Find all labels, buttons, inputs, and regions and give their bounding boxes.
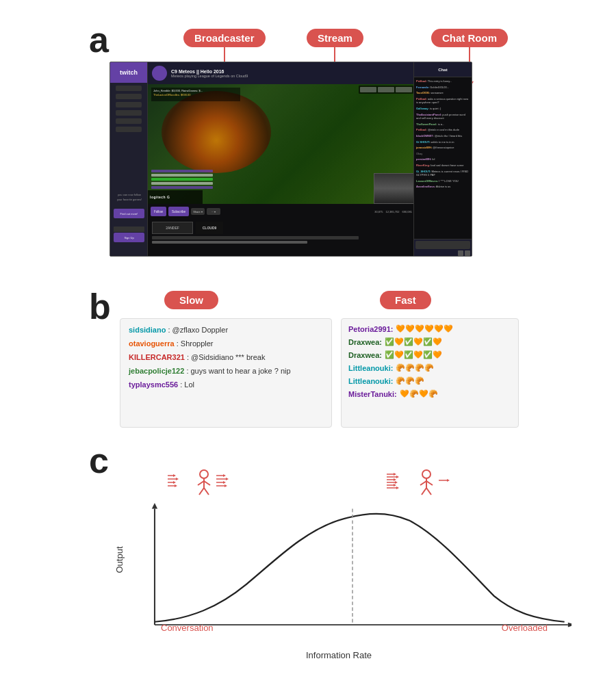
chat-msg-14: RiverKing: bad sad doesnt have some: [416, 164, 470, 168]
sidebar-item-4: [116, 110, 142, 116]
slow-chat-panel: sidsidiano : @zflaxo Doppler otavioguerr…: [120, 318, 332, 428]
chat-msg-12: Okay: [416, 152, 470, 156]
fast-msg-1: Petoria2991: 🧡🧡🧡🧡🧡🧡: [348, 324, 511, 333]
chat-msg-9: blackOWN97: @etulo tho I heard this: [416, 134, 470, 138]
chat-msg-13: persianWH: lol: [416, 157, 470, 161]
twitch-logo-area: twitch: [110, 62, 147, 83]
svg-line-18: [199, 488, 204, 495]
svg-marker-50: [568, 623, 572, 627]
chat-send-icons: [415, 250, 470, 256]
sidebar-follow-text: you can now followyour favorite games!: [112, 192, 146, 201]
svg-line-44: [422, 488, 426, 495]
chat-overlay-1: [151, 170, 213, 172]
sidebar-find-out-btn[interactable]: Find out more!: [114, 209, 144, 218]
chat-icon-1[interactable]: [458, 250, 463, 256]
twitch-sidebar: twitch you can now followyour favorite g…: [110, 62, 148, 256]
chat-msg-10: Gi SHOUT: salido to me ts in in: [416, 140, 470, 144]
chat-input-box[interactable]: [415, 241, 470, 249]
fast-emoji-1: 🧡🧡🧡🧡🧡🧡: [396, 324, 453, 333]
chat-input-area: [414, 239, 472, 256]
svg-marker-51: [152, 503, 157, 508]
sidebar-bottom-bar: [114, 226, 144, 232]
twitch-logo-text: twitch: [120, 69, 138, 76]
channel-sponsor-row: 2ANDEF CLOUD9: [152, 222, 411, 234]
chatroom-pill: Chat Room: [431, 29, 508, 47]
chat-msg-4: Petlbad: asks a serious question right n…: [416, 97, 470, 105]
fast-user-1: Petoria2991:: [348, 325, 393, 333]
chat-msg-17: AnonlineSovs: Advise is us: [416, 185, 470, 189]
sponsor-text-1: 2ANDEF: [166, 226, 179, 230]
section-label-b: b: [89, 286, 111, 327]
slow-text-3: : @Sidsidiano *** break: [187, 353, 266, 361]
slow-text-4: : guys want to hear a joke ? nip: [186, 367, 290, 375]
channel-sub-bar: [152, 241, 307, 244]
twitch-video: John_Kemble: $3,000, RainsGames: $... Th…: [148, 84, 415, 204]
slow-pill: Slow: [164, 291, 218, 309]
fast-pill: Fast: [380, 291, 431, 309]
chat-icon-2[interactable]: [465, 250, 470, 256]
chat-header-text: Chat: [438, 68, 447, 72]
svg-marker-47: [447, 479, 450, 482]
slow-msg-5: typlaysmc556 : Lol: [129, 380, 323, 389]
stream-title-block: C9 Meteos || Hello 2016 Meteos playing L…: [171, 69, 248, 78]
extra-label: ··· ▾: [211, 210, 216, 213]
fast-emoji-2: ✅🧡✅🧡✅🧡: [385, 337, 442, 346]
chat-msg-8: Petlbad: @etalo e cost'm this dude: [416, 128, 470, 132]
chat-msg-6: TheAssistantPanel: push promise word and…: [416, 113, 470, 120]
donation-ticker: John_Kemble: $3,000, RainsGames: $... Th…: [151, 88, 240, 101]
webcam-overlay: [374, 173, 415, 204]
svg-marker-26: [223, 481, 226, 484]
fast-msg-5: Littleanouki: 🥐🥐🥐: [348, 376, 511, 385]
x-axis-text: Information Rate: [306, 650, 372, 660]
follower-count: 12,385,702: [386, 210, 400, 213]
extra-btn[interactable]: ··· ▾: [207, 208, 220, 215]
game-chat-overlay: [151, 170, 213, 190]
fast-chat-panel: Petoria2991: 🧡🧡🧡🧡🧡🧡 Draxwea: ✅🧡✅🧡✅🧡 Drax…: [341, 318, 519, 428]
chat-msg-2: Fernandz: GoldinGOL00...: [416, 86, 470, 90]
sidebar-item-1: [116, 86, 142, 91]
conversation-label: Conversation: [161, 623, 214, 633]
svg-marker-11: [176, 478, 179, 480]
viewer-count: 30,875: [374, 210, 383, 213]
chat-overlay-2: [151, 174, 213, 177]
slow-msg-3: KILLERCAR321 : @Sidsidiano *** break: [129, 353, 323, 361]
fast-emoji-3: ✅🧡✅🧡✅🧡: [385, 350, 442, 359]
streamer-avatar: [152, 66, 167, 81]
svg-point-14: [200, 470, 208, 478]
follow-button[interactable]: Follow: [151, 207, 166, 216]
fast-msg-2: Draxwea: ✅🧡✅🧡✅🧡: [348, 337, 511, 346]
chat-msg-16: LassonOfMoves: I *** LOVE YOU: [416, 179, 470, 183]
share-btn[interactable]: Share ▾: [191, 208, 205, 215]
y-axis-text: Output: [114, 546, 125, 573]
svg-point-40: [422, 470, 431, 478]
fast-msg-4: Littleanouki: 🥐🥐🥐🥐: [348, 363, 511, 372]
subscribe-button[interactable]: Subscribe: [168, 207, 189, 216]
hud-block-2: [378, 87, 394, 92]
svg-marker-27: [224, 484, 227, 487]
fast-user-2: Draxwea:: [348, 338, 382, 346]
section-a: a Broadcaster Stream Chat Room twitch: [0, 7, 616, 274]
person-slow-group: [168, 469, 240, 496]
view-count: 690,081: [402, 210, 412, 213]
sidebar-item-2: [116, 94, 142, 99]
fast-emoji-6: 🧡🥐🧡🥐: [400, 389, 438, 398]
fast-msg-6: MisterTanuki: 🧡🥐🧡🥐: [348, 389, 511, 398]
svg-marker-34: [394, 473, 396, 476]
sponsor-logitech: logitech G: [148, 190, 203, 204]
sidebar-sign-up-btn[interactable]: Sign Up: [114, 233, 144, 242]
svg-marker-12: [173, 481, 176, 484]
svg-marker-39: [396, 487, 399, 489]
chat-msg-1: Petlbad: This entry is funny...: [416, 79, 470, 83]
slow-text-1: : @zflaxo Doppler: [168, 326, 228, 334]
slow-user-2: otavioguerra: [129, 339, 175, 348]
twitch-mockup: twitch you can now followyour favorite g…: [110, 62, 472, 257]
twitch-main: C9 Meteos || Hello 2016 Meteos playing L…: [148, 62, 415, 256]
subscribe-btn-label: Subscribe: [172, 210, 185, 213]
svg-line-16: [198, 481, 204, 485]
chat-msg-15: Gi_SHOUT: Meteos is current news I FIND …: [416, 170, 470, 177]
broadcaster-pill: Broadcaster: [183, 29, 266, 47]
stream-stats: 30,875 12,385,702 690,081: [374, 210, 412, 213]
chat-msg-5: Galloway: is quiet :): [416, 107, 470, 111]
svg-line-42: [420, 481, 426, 485]
game-hud: [359, 86, 413, 94]
